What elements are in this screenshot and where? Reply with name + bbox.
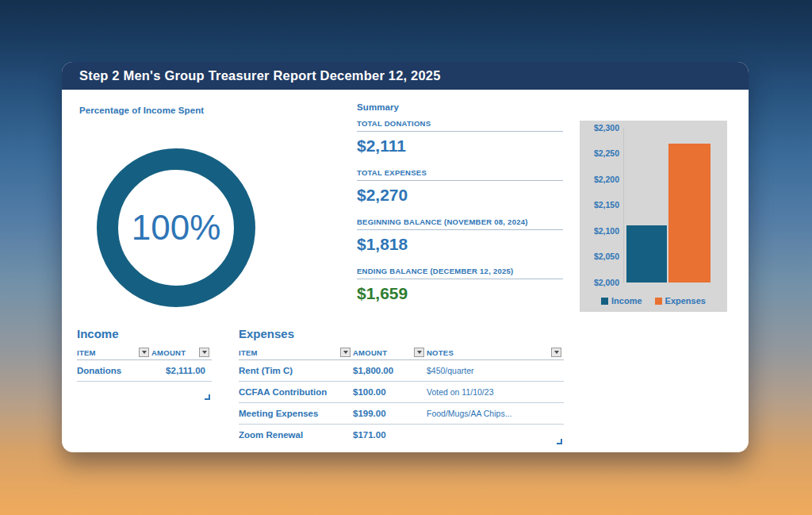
notes-cell: Food/Mugs/AA Chips... — [427, 403, 564, 424]
table-resize-handle[interactable] — [557, 439, 562, 444]
summary-item-label: BEGINNING BALANCE (NOVEMBER 08, 2024) — [357, 217, 563, 230]
column-header-item: ITEM — [77, 345, 151, 359]
table-row: Zoom Renewal $171.00 — [239, 425, 564, 445]
y-axis-tick-label: $2,200 — [580, 175, 619, 184]
amount-cell: $171.00 — [353, 425, 427, 445]
summary-item-value: $1,818 — [357, 235, 563, 254]
expenses-table-header: ITEM AMOUNT NOTES — [239, 345, 564, 360]
item-cell: CCFAA Contribution — [239, 382, 353, 402]
table-row: CCFAA Contribution $100.00 Voted on 11/1… — [239, 382, 564, 403]
amount-cell: $1,800.00 — [353, 360, 427, 381]
report-title-bar: Step 2 Men's Group Treasurer Report Dece… — [62, 62, 749, 90]
income-legend-label: Income — [611, 296, 642, 306]
summary-item-label: TOTAL EXPENSES — [357, 168, 563, 181]
income-expenses-bar-chart: $2,300 $2,250 $2,200 $2,150 $2,100 $2,05… — [580, 121, 727, 312]
amount-cell: $199.00 — [353, 403, 427, 424]
summary-item-label: TOTAL DONATIONS — [357, 119, 563, 132]
item-cell: Zoom Renewal — [239, 425, 353, 445]
notes-cell: Voted on 11/10/23 — [427, 382, 564, 402]
expenses-table-title: Expenses — [239, 327, 564, 340]
expenses-legend-label: Expenses — [665, 296, 706, 306]
income-table-header: ITEM AMOUNT — [77, 345, 212, 360]
amount-cell: $100.00 — [353, 382, 427, 402]
legend-item-income: Income — [601, 296, 642, 306]
table-resize-handle[interactable] — [205, 394, 210, 400]
y-axis-tick-label: $2,000 — [580, 278, 619, 287]
expenses-bar — [668, 144, 710, 283]
item-cell: Donations — [77, 360, 151, 381]
y-axis-tick-label: $2,250 — [580, 148, 619, 158]
column-header-label: ITEM — [239, 348, 258, 357]
column-header-item: ITEM — [239, 345, 353, 359]
filter-dropdown-icon[interactable] — [139, 348, 149, 357]
legend-item-expenses: Expenses — [655, 296, 706, 306]
desktop-background: Step 2 Men's Group Treasurer Report Dece… — [0, 0, 812, 515]
treasurer-report-card: Step 2 Men's Group Treasurer Report Dece… — [62, 62, 749, 452]
filter-dropdown-icon[interactable] — [199, 348, 209, 357]
column-header-notes: NOTES — [427, 345, 564, 359]
filter-dropdown-icon[interactable] — [414, 348, 424, 357]
column-header-label: AMOUNT — [353, 348, 387, 357]
summary-section: Summary TOTAL DONATIONS $2,111 TOTAL EXP… — [357, 102, 563, 316]
report-title: Step 2 Men's Group Treasurer Report Dece… — [79, 68, 441, 83]
summary-item-value: $2,270 — [357, 186, 563, 205]
expenses-legend-swatch — [655, 298, 662, 305]
column-header-label: AMOUNT — [151, 348, 186, 357]
report-body: Percentage of Income Spent 100% Summary … — [62, 90, 749, 452]
filter-dropdown-icon[interactable] — [340, 348, 350, 357]
summary-item: ENDING BALANCE (DECEMBER 12, 2025) $1,65… — [357, 267, 563, 303]
filter-dropdown-icon[interactable] — [551, 348, 561, 357]
column-header-amount: AMOUNT — [151, 345, 212, 359]
column-header-label: ITEM — [77, 348, 96, 357]
summary-item-value: $2,111 — [357, 136, 563, 156]
column-header-label: NOTES — [427, 348, 454, 357]
chart-legend: Income Expenses — [580, 296, 727, 306]
notes-cell: $450/quarter — [427, 360, 564, 381]
bar-plot-area — [624, 128, 722, 282]
summary-item-label: ENDING BALANCE (DECEMBER 12, 2025) — [357, 267, 563, 279]
y-axis-tick-label: $2,300 — [580, 123, 619, 133]
summary-item-value: $1,659 — [357, 284, 563, 303]
percentage-donut-chart: 100% — [97, 148, 255, 307]
y-axis-tick-label: $2,150 — [580, 200, 619, 209]
donut-center-label: 100% — [132, 208, 221, 248]
summary-item: TOTAL EXPENSES $2,270 — [357, 168, 563, 205]
income-legend-swatch — [601, 298, 608, 305]
item-cell: Meeting Expenses — [239, 403, 353, 424]
summary-item: TOTAL DONATIONS $2,111 — [357, 119, 563, 156]
amount-cell: $2,111.00 — [151, 360, 212, 381]
table-row: Donations $2,111.00 — [77, 360, 212, 382]
table-row: Meeting Expenses $199.00 Food/Mugs/AA Ch… — [239, 403, 564, 425]
column-header-amount: AMOUNT — [353, 345, 427, 359]
item-cell: Rent (Tim C) — [239, 360, 353, 381]
donut-chart-title: Percentage of Income Spent — [79, 106, 204, 115]
income-bar — [626, 225, 667, 282]
summary-item: BEGINNING BALANCE (NOVEMBER 08, 2024) $1… — [357, 217, 563, 254]
y-axis-tick-label: $2,050 — [580, 252, 619, 261]
notes-cell — [427, 425, 564, 445]
income-table-title: Income — [77, 327, 212, 340]
table-row: Rent (Tim C) $1,800.00 $450/quarter — [239, 360, 564, 382]
income-table: Income ITEM AMOUNT Donations $2,111.00 — [77, 327, 212, 382]
y-axis-tick-label: $2,100 — [580, 226, 619, 236]
summary-heading: Summary — [357, 102, 563, 112]
expenses-table: Expenses ITEM AMOUNT NOTES — [239, 327, 564, 445]
